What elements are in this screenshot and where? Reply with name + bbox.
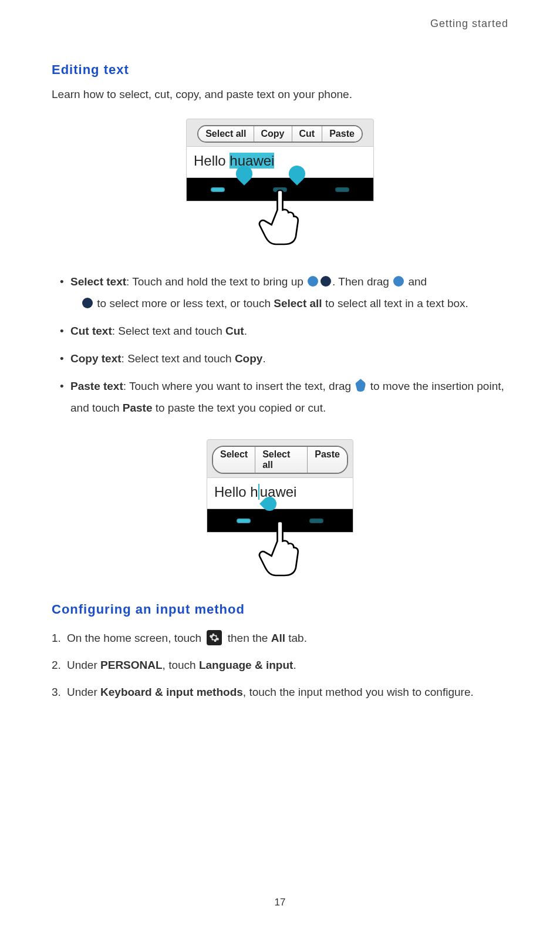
step-1: On the home screen, touch then the All t… xyxy=(52,628,508,649)
step-3: Under Keyboard & input methods, touch th… xyxy=(52,682,508,703)
settings-icon xyxy=(207,630,222,645)
pill-copy[interactable]: Copy xyxy=(254,126,292,142)
nav-dash-icon xyxy=(309,518,323,523)
insertion-cursor-icon xyxy=(355,379,366,392)
sample-text-field-2[interactable]: Hello huawei xyxy=(207,478,353,509)
heading-configuring-input: Configuring an input method xyxy=(52,602,508,617)
figure-paste-toolbar: Select Select all Paste Hello huawei xyxy=(52,439,508,578)
tap-hand-icon xyxy=(207,520,353,578)
text-selected: huawei xyxy=(230,153,274,169)
page-number: 17 xyxy=(0,897,560,908)
pill-select-all[interactable]: Select all xyxy=(198,126,254,142)
sample-text-field[interactable]: Hello huawei xyxy=(186,147,374,178)
figure-edit-toolbar: Select all Copy Cut Paste Hello huawei xyxy=(52,119,508,247)
header-section: Getting started xyxy=(52,18,508,30)
text-unselected: Hello xyxy=(194,153,230,169)
selection-handle-right-icon xyxy=(82,298,93,308)
bullet-cut-text: Cut text: Select text and touch Cut. xyxy=(60,320,508,342)
text-after-cursor: uawei xyxy=(258,484,297,500)
step-2: Under PERSONAL, touch Language & input. xyxy=(52,655,508,676)
pill-cut[interactable]: Cut xyxy=(292,126,323,142)
pill-paste[interactable]: Paste xyxy=(322,126,362,142)
nav-dash-icon xyxy=(335,187,349,192)
bullet-paste-text: Paste text: Touch where you want to inse… xyxy=(60,375,508,419)
bullet-select-text: Select text: Touch and hold the text to … xyxy=(60,271,508,314)
selection-handle-left-icon xyxy=(308,276,318,287)
heading-editing-text: Editing text xyxy=(52,62,508,78)
tap-hand-icon xyxy=(186,188,374,247)
nav-dash-icon xyxy=(237,518,251,523)
text-before-cursor: Hello h xyxy=(214,484,258,500)
pill-select-all[interactable]: Select all xyxy=(255,447,308,473)
pill-select[interactable]: Select xyxy=(213,447,255,473)
selection-handle-right-icon xyxy=(321,276,331,287)
pill-paste[interactable]: Paste xyxy=(308,447,347,473)
intro-paragraph: Learn how to select, cut, copy, and past… xyxy=(52,88,508,101)
nav-dash-icon xyxy=(211,187,225,192)
selection-handle-left-icon xyxy=(393,276,404,287)
bullet-copy-text: Copy text: Select text and touch Copy. xyxy=(60,348,508,369)
